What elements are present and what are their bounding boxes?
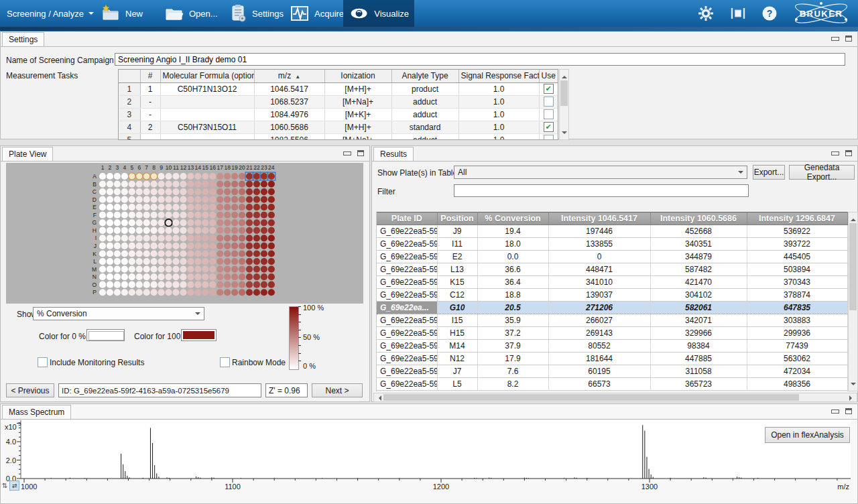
well-M22[interactable] — [253, 266, 260, 273]
scroll-up-icon[interactable] — [851, 216, 856, 221]
well-F15[interactable] — [202, 212, 208, 218]
well-N12[interactable] — [180, 273, 186, 280]
well-J11[interactable] — [172, 243, 179, 249]
well-C3[interactable] — [114, 188, 121, 195]
scroll-up-icon[interactable] — [562, 73, 567, 78]
well-D20[interactable] — [239, 196, 245, 203]
results-row[interactable]: G_69e22ea5-59f...I1535.92660273420713038… — [377, 314, 847, 327]
well-B21[interactable] — [246, 180, 253, 187]
well-N3[interactable] — [114, 273, 121, 280]
well-F7[interactable] — [143, 212, 150, 218]
well-H5[interactable] — [129, 227, 135, 234]
results-horizontal-scrollbar[interactable] — [373, 393, 857, 402]
well-F13[interactable] — [187, 212, 194, 218]
well-H1[interactable] — [99, 227, 106, 234]
well-H17[interactable] — [217, 227, 223, 234]
well-I2[interactable] — [107, 235, 113, 241]
well-F1[interactable] — [99, 212, 106, 218]
well-B9[interactable] — [158, 180, 165, 187]
instrument-icon[interactable] — [729, 5, 747, 21]
well-F12[interactable] — [180, 212, 186, 218]
well-N6[interactable] — [136, 273, 143, 280]
vertical-zoom-icon[interactable]: ⇅ — [2, 481, 7, 491]
well-P9[interactable] — [158, 289, 165, 296]
well-K23[interactable] — [261, 250, 267, 257]
maximize-panel-icon[interactable] — [845, 36, 852, 42]
well-P23[interactable] — [261, 289, 267, 296]
well-P13[interactable] — [187, 289, 194, 296]
well-C18[interactable] — [224, 188, 231, 195]
maximize-panel-icon[interactable] — [357, 150, 364, 156]
well-P21[interactable] — [246, 289, 253, 296]
well-O21[interactable] — [246, 281, 253, 288]
well-E3[interactable] — [114, 204, 121, 210]
well-L24[interactable] — [268, 258, 275, 265]
well-B16[interactable] — [209, 180, 216, 187]
well-J15[interactable] — [202, 243, 208, 249]
well-P7[interactable] — [143, 289, 150, 296]
well-A10[interactable] — [165, 173, 172, 180]
results-header-position[interactable]: Position — [437, 212, 477, 225]
well-F20[interactable] — [239, 212, 245, 218]
well-O7[interactable] — [143, 281, 150, 288]
well-F17[interactable] — [217, 212, 223, 218]
well-C8[interactable] — [151, 188, 158, 195]
well-N10[interactable] — [165, 273, 172, 280]
well-D23[interactable] — [261, 196, 267, 203]
well-F11[interactable] — [172, 212, 179, 218]
well-J20[interactable] — [239, 243, 245, 249]
well-E4[interactable] — [121, 204, 128, 210]
next-button[interactable]: Next > — [312, 383, 363, 397]
well-G4[interactable] — [121, 219, 128, 226]
use-checkbox[interactable]: ✔ — [544, 122, 554, 132]
well-G22[interactable] — [253, 219, 260, 226]
well-L19[interactable] — [231, 258, 238, 265]
show-plates-combobox[interactable]: All — [454, 166, 747, 179]
well-K24[interactable] — [268, 250, 275, 257]
well-L12[interactable] — [180, 258, 186, 265]
well-G9[interactable] — [158, 219, 165, 226]
well-E13[interactable] — [187, 204, 194, 210]
well-I4[interactable] — [121, 235, 128, 241]
well-E9[interactable] — [158, 204, 165, 210]
well-C24[interactable] — [268, 188, 275, 195]
well-D3[interactable] — [114, 196, 121, 203]
export-button[interactable]: Export... — [753, 165, 785, 180]
well-G12[interactable] — [180, 219, 186, 226]
results-header-intensity-1060[interactable]: Intensity 1060.5686 — [650, 212, 747, 225]
results-row[interactable]: G_69e22ea5-59f...J919.419744645266853692… — [377, 225, 847, 238]
well-H24[interactable] — [268, 227, 275, 234]
tasks-header-use[interactable]: Use — [539, 70, 558, 82]
well-C1[interactable] — [99, 188, 106, 195]
results-row[interactable]: G_69e22ea5-59f...H1537.22691433299662999… — [377, 327, 847, 340]
well-C14[interactable] — [194, 188, 201, 195]
well-B19[interactable] — [231, 180, 238, 187]
well-M3[interactable] — [114, 266, 121, 273]
well-A6[interactable] — [136, 173, 143, 180]
well-P5[interactable] — [129, 289, 135, 296]
minimize-panel-icon[interactable] — [343, 151, 351, 155]
well-D22[interactable] — [253, 196, 260, 203]
well-G5[interactable] — [129, 219, 135, 226]
well-G8[interactable] — [151, 219, 158, 226]
well-B10[interactable] — [165, 180, 172, 187]
well-K19[interactable] — [231, 250, 238, 257]
well-F10[interactable] — [165, 212, 172, 218]
well-O19[interactable] — [231, 281, 238, 288]
well-N18[interactable] — [224, 273, 231, 280]
well-K22[interactable] — [253, 250, 260, 257]
well-J23[interactable] — [261, 243, 267, 249]
well-I5[interactable] — [129, 235, 135, 241]
well-B4[interactable] — [121, 180, 128, 187]
well-G10[interactable] — [165, 219, 172, 227]
well-B11[interactable] — [172, 180, 179, 187]
well-A18[interactable] — [224, 173, 231, 180]
well-O22[interactable] — [253, 281, 260, 288]
well-L16[interactable] — [209, 258, 216, 265]
well-L18[interactable] — [224, 258, 231, 265]
well-O12[interactable] — [180, 281, 186, 288]
maximize-panel-icon[interactable] — [845, 408, 852, 414]
well-J1[interactable] — [99, 243, 106, 249]
well-K10[interactable] — [165, 250, 172, 257]
well-B6[interactable] — [136, 180, 143, 187]
